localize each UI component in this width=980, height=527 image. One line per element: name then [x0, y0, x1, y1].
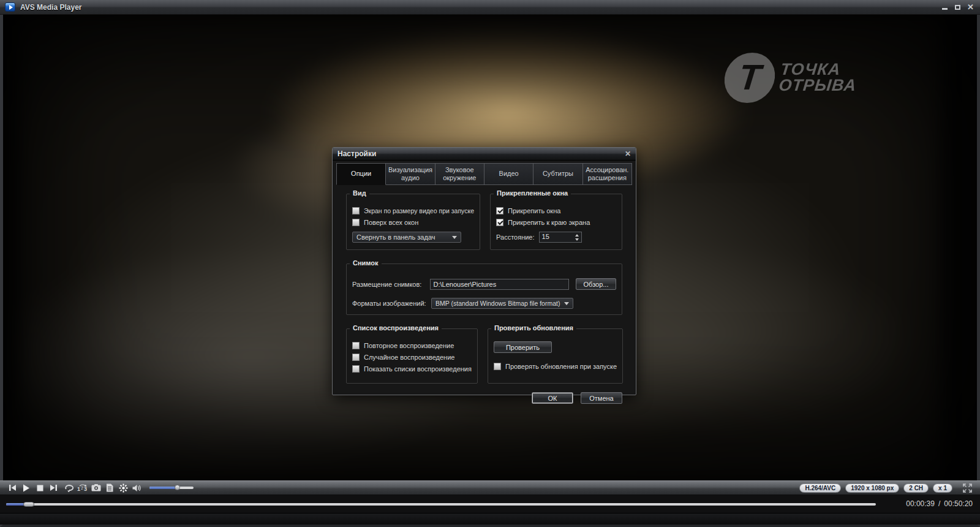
time-separator: /: [938, 499, 940, 508]
distance-label: Расстояние:: [496, 233, 534, 241]
cancel-button[interactable]: Отмена: [581, 392, 622, 404]
svg-text:2: 2: [81, 486, 83, 490]
window-footer: [0, 514, 980, 525]
tab-options[interactable]: Опции: [336, 163, 386, 185]
fullscreen-button[interactable]: [960, 482, 974, 493]
check-updates-startup-checkbox[interactable]: [494, 363, 501, 370]
dock-to-edge-checkbox[interactable]: [496, 219, 503, 226]
minimize-mode-select[interactable]: Свернуть в панель задач: [352, 232, 461, 243]
watermark-logo-icon: T: [722, 53, 778, 103]
playlist-button[interactable]: [103, 482, 116, 493]
settings-button[interactable]: [116, 482, 130, 493]
channel-watermark: T ТОЧКА ОТРЫВА: [722, 53, 860, 103]
tab-subtitles[interactable]: Субтитры: [533, 163, 582, 185]
check-updates-button[interactable]: Проверить: [494, 341, 552, 353]
image-format-select[interactable]: BMP (standard Windows Bitmap file format…: [431, 298, 573, 309]
next-button[interactable]: [47, 482, 60, 493]
distance-stepper[interactable]: 15: [539, 232, 582, 243]
volume-button[interactable]: [130, 482, 143, 493]
tab-audio-environment[interactable]: Звуковое окружение: [435, 163, 484, 185]
window-titlebar: AVS Media Player ✕: [0, 0, 980, 15]
shuffle-button[interactable]: 123: [76, 482, 89, 493]
snapshot-location-input[interactable]: D:\Lenouser\Pictures: [430, 279, 570, 290]
dialog-tabs: Опции Визуализация аудио Звуковое окруже…: [333, 161, 636, 185]
stop-button[interactable]: [33, 482, 47, 493]
chevron-down-icon: [564, 302, 569, 305]
dock-windows-checkbox[interactable]: [496, 207, 503, 214]
volume-slider[interactable]: [149, 487, 194, 489]
always-on-top-checkbox[interactable]: [352, 219, 360, 226]
group-snapshot: Снимок Размещение снимков: D:\Lenouser\P…: [346, 264, 622, 315]
group-view: Вид Экран по размеру видео при запуске П…: [346, 194, 480, 250]
snapshot-button[interactable]: [89, 482, 103, 493]
fit-screen-checkbox[interactable]: [352, 207, 360, 214]
repeat-button[interactable]: [62, 482, 76, 493]
group-playlist: Список воспроизведения Повторное воспрои…: [346, 328, 478, 384]
minimize-button[interactable]: [940, 3, 949, 11]
total-time: 00:50:20: [944, 499, 973, 508]
app-logo-icon: [5, 2, 15, 12]
browse-button[interactable]: Обзор...: [576, 278, 616, 290]
window-title: AVS Media Player: [20, 3, 82, 12]
tab-associated-extensions[interactable]: Ассоцирован. расширения: [583, 163, 632, 185]
resolution-badge: 1920 x 1080 px: [845, 483, 899, 493]
previous-button[interactable]: [6, 482, 20, 493]
close-button[interactable]: ✕: [966, 3, 975, 11]
spin-up-icon[interactable]: [575, 234, 579, 237]
show-playlists-checkbox[interactable]: [352, 365, 360, 373]
seek-row: 00:00:39 / 00:50:20: [0, 495, 980, 514]
chevron-down-icon: [452, 236, 457, 239]
speed-badge: x 1: [933, 483, 952, 493]
seek-slider-handle[interactable]: [23, 502, 34, 507]
play-button[interactable]: [20, 482, 33, 493]
settings-dialog: Настройки ✕ Опции Визуализация аудио Зву…: [332, 147, 636, 395]
tab-audio-visualization[interactable]: Визуализация аудио: [386, 163, 435, 185]
repeat-playback-checkbox[interactable]: [352, 342, 360, 349]
time-display: 00:00:39 / 00:50:20: [906, 499, 973, 508]
group-check-updates: Проверить обновления Проверить Проверять…: [488, 328, 623, 384]
group-docked-windows: Прикрепленные окна Прикрепить окна Прикр…: [490, 194, 622, 250]
control-bar: 123 H.264/AVC 1920 x 1080 px 2 CH x 1: [0, 480, 980, 495]
tab-video[interactable]: Видео: [484, 163, 533, 185]
ok-button[interactable]: ОК: [532, 392, 573, 404]
random-playback-checkbox[interactable]: [352, 354, 360, 361]
dialog-close-icon[interactable]: ✕: [625, 150, 631, 157]
spin-down-icon[interactable]: [575, 238, 579, 241]
svg-text:3: 3: [84, 486, 87, 492]
image-format-label: Форматы изображений:: [352, 300, 427, 307]
app-window: AVS Media Player ✕ T ТОЧКА ОТРЫВА Настро…: [0, 0, 980, 527]
codec-badge: H.264/AVC: [799, 483, 841, 493]
seek-slider[interactable]: [6, 503, 876, 506]
maximize-button[interactable]: [953, 3, 962, 11]
snapshot-location-label: Размещение снимков:: [352, 281, 426, 288]
svg-text:1: 1: [77, 486, 80, 492]
dialog-title: Настройки: [337, 150, 376, 158]
channels-badge: 2 CH: [903, 483, 929, 493]
watermark-line2: ОТРЫВА: [778, 78, 857, 94]
elapsed-time: 00:00:39: [906, 499, 935, 508]
volume-slider-handle[interactable]: [175, 485, 180, 490]
dialog-titlebar[interactable]: Настройки ✕: [333, 148, 636, 161]
